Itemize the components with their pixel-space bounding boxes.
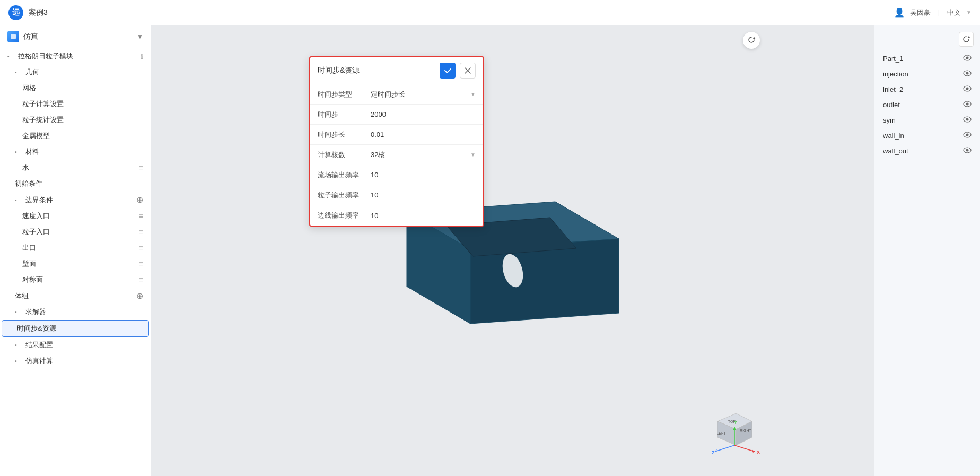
app-title: 案例3: [29, 8, 48, 18]
tree-item-material[interactable]: ▪ 材料: [0, 144, 151, 160]
timestep-modal: 时间步&资源 时间步类型 定时间步长 ▼: [309, 56, 484, 227]
reset-view-right-button[interactable]: [959, 32, 974, 47]
right-item-sym: sym: [874, 112, 980, 128]
svg-text:RIGHT: RIGHT: [740, 429, 752, 432]
svg-point-24: [966, 72, 969, 75]
svg-point-28: [966, 103, 969, 106]
language-selector[interactable]: 中文: [947, 8, 961, 18]
form-row-flow-freq: 流场输出频率 10: [310, 165, 483, 185]
right-item-wall-out: wall_out: [874, 143, 980, 159]
expand-icon: ▪: [15, 309, 22, 315]
svg-point-26: [966, 88, 969, 90]
tree-item-symmetry[interactable]: 对称面 ≡: [0, 272, 151, 288]
menu-icon[interactable]: ≡: [139, 259, 143, 268]
outlet-label: outlet: [883, 101, 900, 109]
svg-text:X: X: [757, 449, 760, 455]
tree-item-timestep[interactable]: 时间步&资源: [2, 321, 148, 336]
sidebar-header: 仿真 ▼: [0, 25, 151, 48]
right-item-outlet: outlet: [874, 97, 980, 112]
right-item-inlet2: inlet_2: [874, 82, 980, 97]
right-panel: Part_1 injection inlet_2 outlet sym: [874, 25, 980, 476]
sidebar: 仿真 ▼ ▪ 拉格朗日粒子模块 ℹ ▪ 几何 网格 粒子计算设置 粒子统计设置 …: [0, 25, 151, 476]
wall-in-label: wall_in: [883, 132, 904, 140]
tree-item-lagrange[interactable]: ▪ 拉格朗日粒子模块 ℹ: [0, 48, 151, 64]
dropdown-arrow-icon: ▼: [470, 152, 476, 158]
modal-body: 时间步类型 定时间步长 ▼ 时间步 2000 时间步长: [310, 84, 483, 226]
sidebar-collapse[interactable]: ▼: [137, 33, 143, 40]
tree-item-metal-model[interactable]: 金属模型: [0, 128, 151, 144]
svg-point-32: [966, 134, 969, 136]
tree-item-result-config[interactable]: ▪ 结果配置: [0, 337, 151, 353]
reset-view-button[interactable]: [743, 32, 760, 49]
visibility-icon-wall-in[interactable]: [963, 132, 972, 140]
info-icon: ℹ: [141, 53, 143, 60]
timestep-type-value: 定时间步长: [371, 90, 405, 99]
svg-point-34: [966, 149, 969, 152]
sim-icon: [7, 31, 19, 42]
tree-item-boundary[interactable]: ▪ 边界条件 ⊕: [0, 192, 151, 208]
tree-item-particle-inlet[interactable]: 粒子入口 ≡: [0, 224, 151, 240]
tree-item-volume-group[interactable]: 体组 ⊕: [0, 288, 151, 304]
expand-icon: ▪: [15, 69, 22, 75]
inlet2-label: inlet_2: [883, 85, 903, 93]
tree-item-wall[interactable]: 壁面 ≡: [0, 256, 151, 272]
right-item-part1: Part_1: [874, 51, 980, 66]
menu-icon[interactable]: ≡: [139, 244, 143, 252]
sym-label: sym: [883, 116, 896, 124]
wall-out-label: wall_out: [883, 147, 908, 155]
username: 吴因豪: [910, 8, 931, 18]
tree-item-initial[interactable]: 初始条件: [0, 176, 151, 192]
visibility-icon-wall-out[interactable]: [963, 147, 972, 155]
close-button[interactable]: [460, 63, 476, 79]
visibility-icon-inlet2[interactable]: [963, 85, 972, 93]
modal-header: 时间步&资源: [310, 57, 483, 84]
tree-item-velocity-inlet[interactable]: 速度入口 ≡: [0, 208, 151, 224]
right-item-injection: injection: [874, 66, 980, 82]
cores-value: 32核: [371, 150, 385, 160]
visibility-icon-sym[interactable]: [963, 116, 972, 124]
tree-item-solver[interactable]: ▪ 求解器: [0, 304, 151, 320]
dropdown-arrow-icon: ▼: [470, 91, 476, 97]
expand-icon: ▪: [7, 53, 15, 59]
visibility-icon-injection[interactable]: [963, 70, 972, 78]
topbar-right: 👤 吴因豪 | 中文 ▼: [894, 7, 972, 18]
menu-icon[interactable]: ≡: [139, 275, 143, 284]
tree-item-particle-calc[interactable]: 粒子计算设置: [0, 96, 151, 112]
expand-icon: ▪: [15, 197, 22, 203]
svg-point-22: [966, 57, 969, 59]
svg-point-30: [966, 118, 969, 121]
svg-rect-0: [11, 34, 16, 39]
add-boundary-icon[interactable]: ⊕: [136, 195, 143, 205]
tree-item-particle-stat[interactable]: 粒子统计设置: [0, 112, 151, 128]
viewport: TOP LEFT RIGHT X Y Z 时间步&资源: [151, 25, 874, 476]
topbar-left: 远 案例3: [8, 5, 48, 20]
svg-line-16: [715, 445, 734, 452]
topbar: 远 案例3 👤 吴因豪 | 中文 ▼: [0, 0, 980, 25]
tree-item-water[interactable]: 水 ≡: [0, 160, 151, 176]
menu-icon[interactable]: ≡: [139, 212, 143, 220]
tree-item-sim-calc[interactable]: ▪ 仿真计算: [0, 353, 151, 369]
svg-text:LEFT: LEFT: [716, 431, 726, 435]
form-row-timestep: 时间步 2000: [310, 105, 483, 125]
app-logo: 远: [8, 5, 23, 20]
axis-indicator: TOP LEFT RIGHT X Y Z: [710, 408, 760, 460]
tree-item-outlet[interactable]: 出口 ≡: [0, 240, 151, 256]
form-row-cores: 计算核数 32核 ▼: [310, 145, 483, 165]
visibility-icon-outlet[interactable]: [963, 101, 972, 109]
add-volume-icon[interactable]: ⊕: [136, 291, 143, 301]
menu-icon[interactable]: ≡: [139, 228, 143, 236]
expand-icon: ▪: [15, 149, 22, 155]
visibility-icon-part1[interactable]: [963, 55, 972, 63]
menu-icon[interactable]: ≡: [139, 163, 143, 172]
flow-freq-value: 10: [371, 171, 378, 179]
tree-item-mesh[interactable]: 网格: [0, 80, 151, 96]
confirm-button[interactable]: [440, 63, 456, 79]
edge-freq-value: 10: [371, 212, 378, 220]
sidebar-title: 仿真: [23, 32, 38, 41]
tree-item-geometry[interactable]: ▪ 几何: [0, 64, 151, 80]
timestep-size-value: 0.01: [371, 131, 384, 139]
modal-title: 时间步&资源: [318, 66, 360, 75]
part1-label: Part_1: [883, 55, 903, 63]
user-icon: 👤: [894, 7, 905, 18]
svg-line-12: [734, 445, 755, 452]
